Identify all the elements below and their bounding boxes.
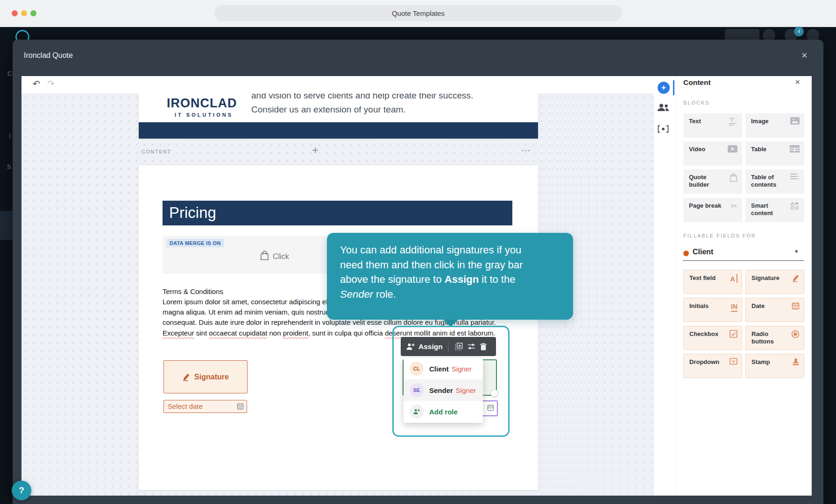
doc-header-block[interactable]: IRONCLAD IT SOLUTIONS and vision to serv… — [139, 93, 538, 139]
signature-pen-icon — [792, 274, 800, 282]
block-smart-content[interactable]: Smart content — [745, 198, 804, 222]
people-tab[interactable] — [657, 104, 669, 113]
content-section-label: CONTENT — [142, 149, 171, 154]
smart-content-shapes-icon — [790, 202, 800, 210]
text-field-icon: A — [730, 275, 737, 283]
toolbar-separator — [448, 342, 448, 352]
tokens-tab[interactable] — [658, 125, 669, 135]
field-radio-buttons[interactable]: Radio buttons — [745, 326, 804, 350]
image-block-icon — [790, 117, 800, 125]
quote-builder-hint: Click — [273, 252, 289, 261]
window-title: Quote Templates — [214, 5, 622, 21]
field-dropdown[interactable]: Dropdown — [683, 354, 742, 378]
client-signature-field[interactable]: Signature — [163, 360, 248, 393]
block-table-of-contents[interactable]: Table of contents — [745, 169, 804, 194]
os-titlebar: Quote Templates — [0, 0, 836, 27]
block-quote-builder[interactable]: Quote builder — [683, 169, 742, 194]
notification-badge: 4 — [794, 27, 804, 36]
add-content-tab[interactable]: + — [658, 82, 670, 94]
calendar-icon — [237, 403, 244, 412]
doc-logo-title: IRONCLAD — [167, 96, 237, 111]
assign-button[interactable]: Assign — [418, 343, 443, 351]
quote-builder-bag-icon — [730, 173, 737, 182]
editor-toolbar — [21, 76, 654, 94]
settings-sliders-icon[interactable] — [468, 343, 475, 350]
terms-heading: Terms & Conditions — [163, 287, 223, 295]
toc-block-icon — [790, 173, 800, 180]
assign-person-icon — [406, 343, 415, 350]
initials-icon: IN — [731, 303, 737, 312]
delete-trash-icon[interactable] — [480, 343, 487, 350]
pricing-title-bar: Pricing — [163, 201, 512, 225]
panel-title: Content — [683, 78, 711, 87]
stamp-icon — [792, 358, 800, 366]
minimize-window-icon[interactable] — [21, 10, 27, 16]
field-initials[interactable]: Initials IN — [683, 298, 742, 322]
field-checkbox[interactable]: Checkbox — [683, 326, 742, 350]
insert-field-icon[interactable] — [455, 343, 463, 350]
undo-icon[interactable]: ↶ — [33, 78, 40, 89]
modal-close-icon[interactable]: × — [801, 49, 808, 62]
bg-sidebar-letter: I — [9, 133, 11, 140]
date-calendar-icon — [792, 302, 800, 310]
field-stamp[interactable]: Stamp — [745, 354, 804, 378]
tooltip-line: You can add additional signatures if you — [340, 243, 523, 258]
help-button[interactable]: ? — [12, 481, 31, 500]
field-signature[interactable]: Signature — [745, 270, 804, 294]
fillable-fields-label: FILLABLE FIELDS FOR — [683, 233, 756, 238]
doc-logo-subtitle: IT SOLUTIONS — [175, 112, 233, 118]
redo-icon[interactable]: ↷ — [47, 78, 55, 89]
signature-field-label: Signature — [194, 373, 229, 381]
role-dropdown: CL Client Signer SE Sender Signer Add ro… — [404, 358, 483, 423]
field-text-field[interactable]: Text field A — [683, 270, 742, 294]
doc-divider-bar — [139, 122, 538, 139]
radio-button-icon — [791, 330, 800, 338]
role-selector-underline — [683, 260, 804, 261]
role-option-sender[interactable]: SE Sender Signer — [404, 379, 483, 401]
client-date-field[interactable]: Select date — [163, 400, 247, 413]
text-block-icon — [728, 117, 737, 126]
block-video[interactable]: Video — [683, 141, 742, 166]
add-role-option[interactable]: Add role — [404, 401, 483, 422]
active-tab-indicator — [673, 80, 674, 95]
panel-close-icon[interactable]: × — [795, 77, 800, 87]
add-block-icon[interactable]: + — [312, 144, 319, 157]
panel-divider — [675, 76, 676, 496]
add-role-person-icon — [410, 405, 424, 419]
table-block-icon — [790, 145, 800, 153]
resize-handle[interactable] — [490, 389, 498, 397]
block-text[interactable]: Text — [683, 113, 742, 138]
dropdown-icon — [730, 358, 737, 365]
maximize-window-icon[interactable] — [30, 10, 36, 16]
coachmark-tooltip: You can add additional signatures if you… — [327, 233, 573, 320]
pricing-title: Pricing — [169, 204, 216, 222]
screen: Quote Templates C I S 4 Ironclad Quote ×… — [0, 0, 836, 504]
role-selector[interactable]: Client — [693, 248, 713, 256]
doc-intro-line2: Consider us an extension of your team. — [251, 105, 406, 115]
date-placeholder: Select date — [168, 402, 203, 410]
client-role-dot — [683, 251, 689, 256]
data-merge-badge: DATA MERGE IS ON — [166, 239, 224, 247]
tooltip-line: need them and then click in the gray bar — [340, 258, 523, 273]
chevron-down-icon[interactable]: ▾ — [795, 248, 798, 255]
bag-icon — [260, 251, 269, 262]
terms-line: Lorem ipsum dolor sit amet, consectetur … — [163, 297, 331, 307]
close-window-icon[interactable] — [12, 10, 18, 16]
block-more-icon[interactable]: ⋯ — [521, 145, 531, 156]
calendar-icon — [487, 404, 494, 413]
video-block-icon — [728, 145, 737, 153]
tooltip-line: Sender role. — [340, 287, 523, 302]
page-break-scissors-icon: ✂ — [731, 202, 737, 210]
bg-sidebar-letter: S — [7, 163, 11, 170]
block-table[interactable]: Table — [745, 141, 804, 166]
block-page-break[interactable]: Page break ✂ — [683, 198, 742, 222]
block-image[interactable]: Image — [745, 113, 804, 138]
assign-toolbar: Assign — [401, 337, 496, 356]
modal-title: Ironclad Quote — [24, 51, 73, 60]
blocks-section-label: BLOCKS — [683, 100, 710, 105]
pen-icon — [182, 373, 190, 381]
client-initials-badge: CL — [410, 362, 424, 376]
field-date[interactable]: Date — [745, 298, 804, 322]
role-option-client[interactable]: CL Client Signer — [404, 358, 483, 379]
tooltip-line: above the signature to Assign it to the — [340, 272, 523, 287]
